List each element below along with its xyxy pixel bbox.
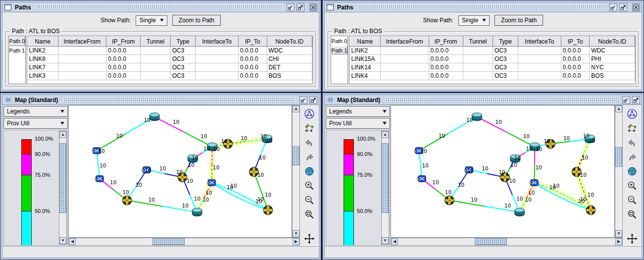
scroll-down-arrow[interactable]: ▼ — [293, 230, 299, 237]
scroll-thumb[interactable] — [152, 238, 185, 245]
layout-icon[interactable] — [626, 122, 638, 134]
column-header[interactable]: InterfaceFrom — [380, 37, 429, 47]
map-viewport[interactable]: 1010101010101010101010101010101010101010… — [68, 105, 292, 238]
zoom-in-icon[interactable] — [626, 180, 638, 192]
topology-icon[interactable] — [303, 108, 315, 120]
pan-icon[interactable] — [303, 233, 315, 245]
legend-scrollbar[interactable]: ▲▼ — [59, 131, 67, 245]
layout-icon[interactable] — [303, 122, 315, 134]
map-node-X1[interactable] — [122, 196, 132, 205]
titlebar[interactable]: Map (Standard) — [2, 95, 319, 105]
scroll-right-arrow[interactable]: ▶ — [615, 238, 622, 245]
map-node-WDC[interactable] — [207, 179, 216, 186]
redo-icon[interactable] — [303, 151, 315, 163]
map-horizontal-scrollbar[interactable]: ◀▶ — [68, 238, 300, 246]
map-horizontal-scrollbar[interactable]: ◀▶ — [391, 238, 623, 246]
prov-util-combo[interactable]: Prov Util — [3, 118, 68, 129]
table-row[interactable]: LINK70.0.0.0OC30.0.0.0DET — [28, 63, 312, 72]
scroll-thumb[interactable] — [382, 143, 389, 213]
table-row[interactable]: LINK20.0.0.0OC30.0.0.0WDC — [28, 47, 312, 55]
column-header[interactable]: IP_From — [429, 37, 463, 47]
restore-button[interactable] — [609, 3, 617, 11]
column-header[interactable]: NodeTo.ID — [590, 37, 635, 47]
table-row[interactable]: LINK80.0.0.0OC30.0.0.0CHI — [28, 55, 312, 63]
map-node-PHI[interactable] — [586, 206, 595, 215]
titlebar[interactable]: Map (Standard) — [325, 95, 642, 105]
map-link-R1-CHI[interactable] — [477, 117, 535, 147]
zoom-to-path-button[interactable]: Zoom to Path — [172, 15, 221, 26]
legends-combo[interactable]: Legends — [3, 106, 68, 117]
close-button[interactable] — [309, 3, 317, 11]
network-map-canvas[interactable]: 1010101010101010101010101010101010101010… — [391, 105, 614, 237]
column-header[interactable]: IP_To — [561, 37, 590, 47]
maximize-button[interactable] — [309, 96, 317, 104]
titlebar[interactable]: Paths — [325, 2, 642, 12]
show-path-combo[interactable]: Single — [458, 15, 490, 26]
zoom-rect-icon[interactable] — [626, 208, 638, 220]
map-node-X1[interactable] — [445, 196, 454, 205]
column-header[interactable]: Name — [350, 37, 381, 47]
map-node-PHI[interactable] — [263, 206, 273, 215]
column-header[interactable]: Name — [28, 37, 58, 47]
restore-button[interactable] — [622, 96, 630, 104]
undo-icon[interactable] — [626, 137, 638, 149]
scroll-thumb[interactable] — [59, 143, 66, 213]
map-node-R1[interactable] — [472, 113, 482, 121]
path-list-item[interactable]: Path 1 — [331, 46, 347, 54]
legend-scrollbar[interactable]: ▲▼ — [381, 131, 389, 245]
scroll-thumb[interactable] — [615, 147, 622, 167]
scroll-left-arrow[interactable]: ◀ — [69, 238, 76, 245]
scroll-up-arrow[interactable]: ▲ — [382, 131, 389, 138]
scroll-thumb[interactable] — [293, 146, 299, 166]
redo-icon[interactable] — [626, 151, 638, 163]
table-row[interactable]: LINK40.0.0.0OC30.0.0.0BOS — [350, 72, 635, 80]
pan-icon[interactable] — [626, 233, 638, 245]
map-node-R1[interactable] — [149, 113, 159, 121]
table-row[interactable]: LINK30.0.0.0OC30.0.0.0BOS — [28, 72, 312, 80]
scroll-down-arrow[interactable]: ▼ — [615, 230, 622, 237]
scroll-down-arrow[interactable]: ▼ — [59, 237, 66, 244]
maximize-button[interactable] — [619, 3, 627, 11]
titlebar[interactable]: Paths — [2, 2, 319, 12]
scroll-up-arrow[interactable]: ▲ — [59, 131, 66, 138]
column-header[interactable]: InterfaceTo — [196, 37, 239, 47]
map-node-WDC[interactable] — [530, 179, 539, 186]
scroll-up-arrow[interactable]: ▲ — [293, 105, 299, 112]
map-vertical-scrollbar[interactable]: ▲▼ — [292, 105, 300, 238]
path-list-item[interactable]: Path 0 — [331, 36, 347, 46]
globe-icon[interactable] — [303, 165, 315, 177]
column-header[interactable]: InterfaceTo — [518, 37, 561, 47]
column-header[interactable]: Type — [493, 37, 518, 47]
map-link-R1-CHI[interactable] — [154, 117, 212, 147]
map-node-ATL[interactable] — [192, 208, 202, 216]
map-viewport[interactable]: 1010101010101010101010101010101010101010… — [391, 105, 615, 238]
column-header[interactable]: InterfaceFrom — [58, 37, 106, 47]
zoom-in-icon[interactable] — [303, 180, 315, 192]
path-list-item[interactable]: Path 0 — [9, 36, 25, 46]
show-path-combo[interactable]: Single — [136, 15, 167, 26]
column-header[interactable]: NodeTo.ID — [267, 37, 312, 47]
legends-combo[interactable]: Legends — [326, 106, 390, 117]
map-vertical-scrollbar[interactable]: ▲▼ — [615, 105, 623, 238]
column-header[interactable]: Type — [170, 37, 196, 47]
map-link-WDC-CHI[interactable] — [534, 147, 535, 182]
restore-button[interactable] — [287, 3, 295, 11]
zoom-out-icon[interactable] — [303, 194, 315, 206]
path-list-item[interactable]: Path 1 — [9, 46, 25, 54]
scroll-up-arrow[interactable]: ▲ — [615, 105, 622, 112]
zoom-out-icon[interactable] — [626, 194, 638, 206]
topology-icon[interactable] — [626, 108, 638, 120]
map-link-DET-BOS[interactable] — [550, 139, 590, 144]
globe-icon[interactable] — [626, 165, 638, 177]
map-node-ATL[interactable] — [515, 208, 525, 216]
undo-icon[interactable] — [303, 137, 315, 149]
column-header[interactable]: Tunnel — [141, 37, 170, 47]
table-row[interactable]: LINK20.0.0.0OC30.0.0.0WDC — [350, 47, 635, 55]
zoom-to-path-button[interactable]: Zoom to Path — [495, 15, 543, 26]
restore-button[interactable] — [299, 96, 307, 104]
map-node-R3[interactable] — [417, 175, 426, 182]
zoom-rect-icon[interactable] — [303, 208, 315, 220]
scroll-left-arrow[interactable]: ◀ — [391, 238, 398, 245]
scroll-thumb[interactable] — [475, 238, 507, 245]
map-node-R3[interactable] — [95, 175, 103, 182]
